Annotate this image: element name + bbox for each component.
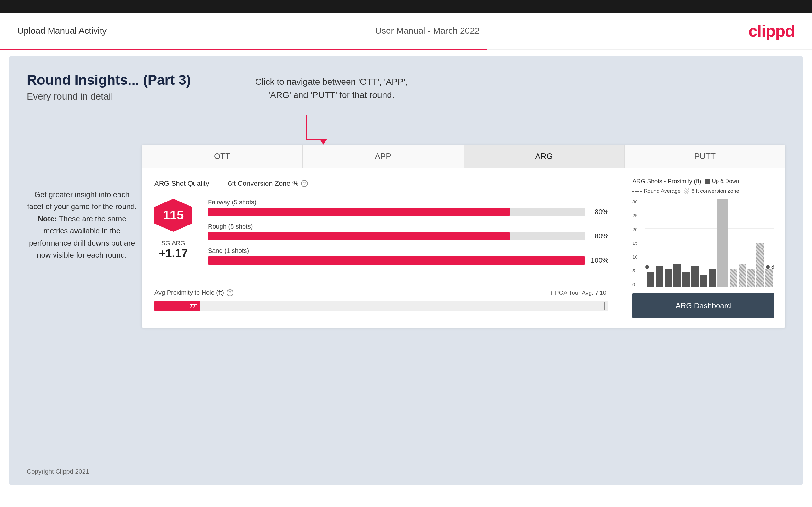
bar-5 <box>682 272 690 287</box>
bar-fill-sand <box>208 256 585 265</box>
bar-track-rough <box>208 232 585 240</box>
nav-annotation: Click to navigate between 'OTT', 'APP','… <box>255 75 408 102</box>
left-panel: ARG Shot Quality 6ft Conversion Zone % ?… <box>142 168 621 328</box>
bar-row-fairway: 80% <box>208 208 608 216</box>
tab-putt[interactable]: PUTT <box>624 145 785 168</box>
bar-track-fairway <box>208 208 585 216</box>
tab-ott[interactable]: OTT <box>142 145 303 168</box>
legend-6ft-label: 6 ft conversion zone <box>691 188 739 194</box>
help-icon[interactable]: ? <box>301 180 308 187</box>
bar-pct-sand: 100% <box>590 256 608 265</box>
proximity-header: Avg Proximity to Hole (ft) ? ↑ PGA Tour … <box>154 289 608 296</box>
main-content: Round Insights... (Part 3) Every round i… <box>9 56 803 485</box>
panel-header-title: ARG Shot Quality <box>154 179 209 188</box>
legend-square-icon <box>705 178 710 184</box>
shot-row-rough: Rough (5 shots) 80% <box>208 223 608 240</box>
arrow-annotation <box>299 115 327 145</box>
legend-hatched-icon <box>684 188 690 194</box>
legend-round-avg-label: Round Average <box>644 188 680 194</box>
right-panel: ARG Shots - Proximity (ft) Up & Down Rou… <box>621 168 785 328</box>
right-panel-header: ARG Shots - Proximity (ft) Up & Down Rou… <box>632 178 774 194</box>
nav-annotation-text: Click to navigate between 'OTT', 'APP','… <box>255 75 408 102</box>
legend-up-down: Up & Down <box>705 178 739 184</box>
arg-dashboard-button[interactable]: ARG Dashboard <box>632 293 774 318</box>
bar-row-sand: 100% <box>208 256 608 265</box>
tab-arg[interactable]: ARG <box>464 145 625 168</box>
proximity-section: Avg Proximity to Hole (ft) ? ↑ PGA Tour … <box>154 281 608 311</box>
tab-app[interactable]: APP <box>303 145 464 168</box>
card-body: ARG Shot Quality 6ft Conversion Zone % ?… <box>142 168 785 328</box>
y-label-30: 30 <box>632 199 638 204</box>
shot-label-fairway: Fairway (5 shots) <box>208 199 608 206</box>
arrow-vertical <box>306 115 307 140</box>
bar-fill-fairway <box>208 208 509 216</box>
shot-label-rough: Rough (5 shots) <box>208 223 608 230</box>
proximity-value: 77' <box>190 303 197 309</box>
shot-row-sand: Sand (1 shots) 100% <box>208 247 608 265</box>
chart-body: 8 <box>645 199 774 287</box>
hex-container: 115 SG ARG +1.17 <box>154 199 192 260</box>
bars-container <box>647 199 773 287</box>
y-label-10: 10 <box>632 254 638 260</box>
bar-6 <box>691 267 699 287</box>
bar-11-hatched <box>739 264 746 287</box>
bar-pct-fairway: 80% <box>590 208 608 216</box>
y-label-20: 20 <box>632 227 638 232</box>
card-panel: OTT APP ARG PUTT ARG Shot Quality 6ft Co… <box>142 145 785 328</box>
bar-10-hatched <box>730 269 737 287</box>
footer: Copyright Clippd 2021 <box>27 468 89 475</box>
upload-label: Upload Manual Activity <box>17 26 106 36</box>
bar-track-sand <box>208 256 585 265</box>
y-label-25: 25 <box>632 213 638 218</box>
proximity-bar-track: 77' <box>154 301 608 311</box>
bar-2 <box>656 267 663 287</box>
sg-label: SG ARG <box>161 240 186 247</box>
panel-header-subtitle: 6ft Conversion Zone % ? <box>228 179 308 188</box>
bar-13-hatched <box>756 243 764 287</box>
left-description: Get greater insight into each facet of y… <box>27 189 137 261</box>
bar-pct-rough: 80% <box>590 232 608 240</box>
proximity-bar-fill: 77' <box>154 301 200 311</box>
y-label-15: 15 <box>632 240 638 246</box>
hexagon: 115 <box>154 199 192 232</box>
bar-1 <box>647 272 654 287</box>
proximity-title: Avg Proximity to Hole (ft) <box>154 289 224 296</box>
legend-6ft: 6 ft conversion zone <box>684 188 739 194</box>
right-panel-title: ARG Shots - Proximity (ft) <box>632 178 701 185</box>
bar-3 <box>665 269 672 287</box>
arrow-horizontal <box>306 139 323 140</box>
shot-rows: Fairway (5 shots) 80% Rough (5 shots) <box>208 199 608 272</box>
bar-7 <box>700 275 707 287</box>
sg-value: +1.17 <box>159 247 188 260</box>
tabs: OTT APP ARG PUTT <box>142 145 785 168</box>
header-divider <box>0 49 812 50</box>
pga-avg: ↑ PGA Tour Avg: 7'10" <box>550 289 608 296</box>
proximity-title-group: Avg Proximity to Hole (ft) ? <box>154 289 234 296</box>
bar-fill-rough <box>208 232 509 240</box>
bar-14-hatched <box>765 269 773 287</box>
shot-label-sand: Sand (1 shots) <box>208 247 608 255</box>
copyright-text: Copyright Clippd 2021 <box>27 468 89 475</box>
conversion-zone-label: 6ft Conversion Zone % <box>228 179 299 188</box>
top-bar <box>0 0 812 13</box>
logo: clippd <box>748 21 795 40</box>
legend-round-avg: Round Average <box>632 188 680 194</box>
panel-header: ARG Shot Quality 6ft Conversion Zone % ? <box>154 179 608 188</box>
legend-up-down-label: Up & Down <box>712 178 739 184</box>
proximity-help-icon[interactable]: ? <box>226 289 234 296</box>
shot-row-fairway: Fairway (5 shots) 80% <box>208 199 608 216</box>
y-label-0: 0 <box>632 282 638 287</box>
y-axis: 30 25 20 15 10 5 0 <box>632 199 638 287</box>
proximity-marker <box>604 302 605 310</box>
bar-12-hatched <box>747 269 755 287</box>
bar-row-rough: 80% <box>208 232 608 240</box>
manual-label: User Manual - March 2022 <box>375 26 479 36</box>
bar-4 <box>673 264 681 287</box>
legend-dashed-icon <box>632 191 642 192</box>
bar-8 <box>709 269 716 287</box>
hex-score: 115 <box>163 208 184 222</box>
y-label-5: 5 <box>632 268 638 273</box>
bar-tall <box>717 199 729 287</box>
chart-container: 30 25 20 15 10 5 0 <box>632 199 774 290</box>
header: Upload Manual Activity User Manual - Mar… <box>0 13 812 49</box>
